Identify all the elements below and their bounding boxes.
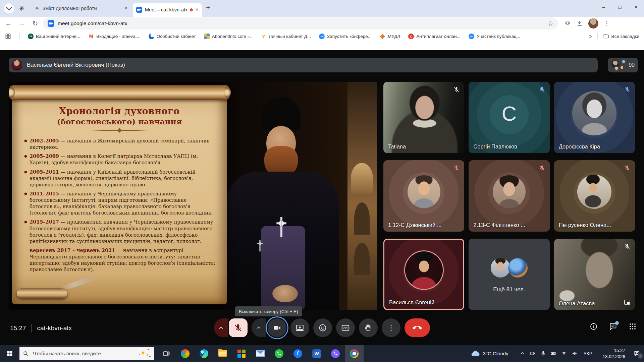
extensions-icon[interactable]	[564, 20, 571, 27]
pip-icon[interactable]	[624, 299, 631, 306]
windows-taskbar: ✦✦ f W 3°C Cloudy	[0, 345, 644, 362]
search-input[interactable]	[32, 350, 136, 357]
camera-tooltip: Выключить камеру (Ctrl + E)	[235, 306, 302, 316]
viber-icon[interactable]	[326, 345, 345, 362]
toolbar-icons: ⋮	[564, 18, 610, 28]
bookmark-favicon: 24	[28, 34, 34, 39]
slide-bullet: вересень 2017 – червень 2021 — навчання …	[24, 247, 217, 273]
copilot-icon[interactable]	[176, 345, 195, 362]
participants-count-pill[interactable]: 90	[608, 58, 638, 72]
captions-button[interactable]	[336, 318, 355, 337]
chat-button[interactable]	[609, 322, 617, 330]
present-button[interactable]	[290, 318, 309, 337]
tab-title: Зміст дипломної роботи	[43, 6, 121, 11]
bookmark-star-icon[interactable]: ☆	[548, 20, 553, 27]
meeting-time: 15:27	[10, 324, 26, 332]
bookmark-item[interactable]: 24Ваш живий Інтерне...	[28, 34, 80, 39]
new-tab-button[interactable]: +	[206, 3, 210, 12]
tab-meet-active[interactable]: Meet – cat-kbvn-atx ×	[133, 3, 202, 17]
back-button[interactable]: ←	[3, 18, 14, 29]
mic-tray-icon[interactable]	[538, 351, 548, 356]
all-bookmarks-button[interactable]: Все закладки	[603, 33, 639, 39]
battery-icon[interactable]	[548, 351, 559, 356]
bookmark-favicon: Y	[261, 34, 266, 39]
bookmark-item[interactable]: MВходящие - ataeva....	[88, 34, 141, 39]
meeting-info: 15:27 cat-kbvn-atx	[10, 324, 72, 333]
bookmark-item[interactable]: МУДЛ	[380, 34, 400, 39]
raise-hand-button[interactable]	[359, 318, 378, 337]
mic-muted-button[interactable]	[229, 318, 248, 337]
notification-center-button[interactable]: 2	[629, 350, 644, 357]
screen: ✳ ✳ Зміст дипломної роботи × Meet – cat-…	[0, 0, 644, 362]
mic-options-chevron[interactable]	[214, 318, 228, 337]
volume-icon[interactable]	[569, 351, 580, 356]
camera-control-group	[252, 318, 286, 337]
tab-thesis[interactable]: ✳ Зміст дипломної роботи ×	[32, 2, 131, 14]
info-icon[interactable]	[590, 322, 598, 330]
tray-expand-chevron[interactable]	[517, 351, 528, 356]
word-icon[interactable]: W	[307, 345, 326, 362]
language-indicator[interactable]: УКР	[584, 351, 592, 356]
bookmarks-overflow-button[interactable]: »	[589, 33, 592, 39]
pinned-tab-chatgpt[interactable]: ✳	[17, 3, 27, 13]
more-participants-avatars	[491, 258, 528, 278]
letter-avatar: С	[502, 101, 517, 125]
whatsapp-icon[interactable]	[270, 345, 288, 362]
bookmark-label: Входящие - ataeva....	[96, 34, 141, 39]
browser-menu-icon[interactable]: ⋮	[604, 20, 610, 27]
reactions-button[interactable]	[313, 318, 332, 337]
taskbar-search[interactable]: ✦✦	[19, 347, 154, 360]
tab-search-button[interactable]	[4, 3, 14, 13]
network-icon[interactable]	[559, 351, 569, 356]
participant-tile[interactable]: 1.12-С Дзівінський ...	[383, 160, 464, 232]
end-call-button[interactable]	[405, 318, 430, 337]
bookmark-item[interactable]: YЛичный кабинет Д...	[261, 34, 311, 39]
profile-avatar[interactable]	[588, 18, 598, 28]
forward-button[interactable]: →	[16, 18, 28, 29]
taskbar-weather[interactable]: 3°C Cloudy	[471, 349, 508, 358]
start-button[interactable]	[0, 345, 19, 362]
bookmark-item[interactable]: zmУчастник публикац...	[469, 34, 520, 39]
search-highlights-icon[interactable]: ✦✦	[139, 348, 151, 359]
bookmark-item[interactable]: CАнтиплагиат онлай...	[408, 34, 461, 39]
gmail-icon: M	[88, 34, 94, 39]
participant-tile[interactable]: 2.13-С Філіппенко ...	[469, 160, 549, 232]
task-view-button[interactable]	[157, 345, 176, 362]
tab-divider	[29, 5, 29, 12]
edge-icon[interactable]	[195, 345, 213, 362]
close-icon[interactable]: ×	[124, 6, 127, 11]
camera-button[interactable]	[268, 318, 286, 337]
participant-tile[interactable]: Дорофєєва Кіра	[554, 82, 635, 153]
more-options-button[interactable]: ⋮	[382, 318, 400, 337]
participant-tile[interactable]: Петрусенко Олена...	[554, 160, 635, 232]
camera-tray-icon[interactable]	[528, 351, 538, 356]
bookmark-item[interactable]: AbonentInfo.com -...	[204, 34, 253, 39]
chrome-icon-active[interactable]	[345, 345, 364, 362]
microsoft-store-icon[interactable]	[232, 345, 251, 362]
mail-icon[interactable]	[251, 345, 270, 362]
facebook-icon[interactable]: f	[288, 345, 307, 362]
file-explorer-icon[interactable]	[213, 345, 232, 362]
activities-icon[interactable]	[629, 322, 637, 330]
maximize-button[interactable]: □	[612, 0, 628, 13]
participant-tile[interactable]: С Сергій Павлюков	[469, 82, 549, 153]
camera-options-chevron[interactable]	[252, 318, 266, 337]
apps-grid-icon[interactable]	[5, 33, 11, 40]
bookmark-item[interactable]: zmЗапустить конфере...	[319, 34, 372, 39]
participant-tile[interactable]: Олена Атаєва	[554, 239, 635, 310]
slide-bullet: ●2005–2011 — навчання у Київській правос…	[24, 169, 217, 188]
downloads-icon[interactable]	[576, 20, 583, 27]
close-icon[interactable]: ×	[196, 7, 199, 12]
bookmark-item[interactable]: Особистий кабінет	[149, 34, 196, 39]
minimize-button[interactable]: –	[596, 0, 612, 13]
shared-presentation[interactable]: Хронологія духовного (богословського) на…	[9, 82, 377, 310]
participant-tile-speaking[interactable]: Васильєв Євгеній ...	[383, 239, 464, 310]
participant-tile[interactable]: Tatiana	[383, 82, 464, 153]
window-close-button[interactable]: ×	[628, 0, 644, 13]
address-bar[interactable]: meet.google.com/cat-kbvn-atx ☆	[43, 17, 558, 29]
more-participants-tile[interactable]: Ещё 81 чел.	[469, 239, 549, 310]
reload-button[interactable]: ↻	[30, 18, 41, 29]
taskbar-clock[interactable]: 15:27 13.02.2026	[596, 348, 625, 359]
url-text[interactable]: meet.google.com/cat-kbvn-atx	[58, 20, 544, 26]
mic-off-icon	[452, 164, 461, 172]
